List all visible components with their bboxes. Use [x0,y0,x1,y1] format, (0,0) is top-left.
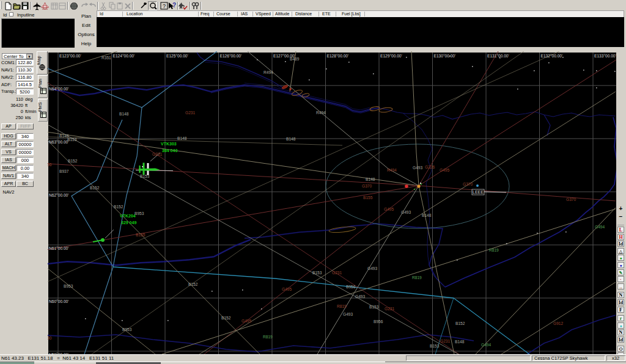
svg-text:G231: G231 [332,271,342,275]
svg-text:N62°00.00': N62°00.00' [49,193,69,197]
svg-text:30: 30 [48,336,52,340]
svg-text:G494: G494 [481,343,491,347]
svg-text:G226: G226 [425,165,435,169]
svg-text:B152: B152 [455,321,465,326]
svg-text:N64°00.00': N64°00.00' [49,87,69,91]
svg-text:B489: B489 [290,57,300,61]
svg-text:B152: B152 [68,159,78,163]
svg-text:B956: B956 [346,285,356,289]
svg-text:R819: R819 [337,304,347,308]
svg-text:E131°00.00': E131°00.00' [487,54,509,58]
svg-text:B953: B953 [134,211,144,216]
svg-text:G493: G493 [343,312,353,316]
svg-text:R494: R494 [263,70,273,75]
svg-text:G912: G912 [553,321,563,326]
svg-text:B153: B153 [430,344,440,348]
svg-text:G495: G495 [384,207,394,211]
svg-text:B153: B153 [67,137,77,142]
svg-text:VTK303: VTK303 [161,142,177,146]
svg-text:?: ? [172,2,176,9]
svg-text:VTK204: VTK204 [120,214,136,218]
svg-text:B953: B953 [64,284,73,288]
svg-text:B155: B155 [363,195,373,200]
svg-text:B953: B953 [122,327,132,332]
svg-text:B148: B148 [422,213,432,217]
svg-text:E133°00.00': E133°00.00' [594,54,616,58]
svg-text:E132°00.00': E132°00.00' [541,54,563,58]
svg-text:B148: B148 [366,177,375,181]
svg-text:B148: B148 [177,136,187,140]
svg-text:LEEE: LEEE [473,190,484,194]
svg-text:R494: R494 [387,168,397,172]
svg-text:N61°00.00': N61°00.00' [49,246,69,250]
svg-text:R819: R819 [412,275,422,280]
svg-text:G494: G494 [595,225,605,229]
svg-text:B152: B152 [221,316,231,320]
svg-text:G370: G370 [566,197,576,202]
svg-text:E126°00.00': E126°00.00' [220,54,242,58]
svg-text:B153: B153 [369,305,379,309]
svg-text:B152: B152 [114,205,123,209]
svg-text:?: ? [163,3,166,9]
svg-text:E129°00.00': E129°00.00' [380,54,402,58]
svg-text:G495: G495 [440,168,449,172]
svg-text:B148: B148 [455,340,465,344]
svg-text:B148: B148 [119,112,129,116]
svg-text:G231: G231 [440,339,450,343]
svg-text:G495: G495 [241,319,251,323]
svg-text:R494: R494 [316,111,326,115]
svg-text:B148: B148 [286,137,296,141]
svg-text:N63°00.00': N63°00.00' [49,140,69,144]
svg-text:E130°00.00': E130°00.00' [434,54,456,58]
svg-text:56: 56 [48,162,52,167]
svg-text:B937: B937 [59,169,69,173]
svg-text:E124°00.00': E124°00.00' [113,54,135,58]
svg-text:R819: R819 [489,248,499,252]
svg-text:G493: G493 [367,266,377,271]
svg-text:B152: B152 [188,282,198,286]
svg-text:E128°00.00': E128°00.00' [327,54,349,58]
svg-text:E123°00.00': E123°00.00' [59,54,81,58]
svg-text:G231: G231 [152,152,162,156]
svg-text:B155: B155 [136,233,145,237]
svg-text:G370: G370 [463,182,473,186]
svg-text:B152: B152 [90,186,100,190]
svg-text:B153: B153 [140,174,150,178]
svg-text:R351: R351 [101,56,111,60]
svg-text:G493: G493 [413,166,422,170]
svg-text:329 049: 329 049 [121,220,136,225]
svg-text:G231: G231 [185,111,195,115]
svg-text:G493: G493 [401,210,411,214]
svg-text:G493: G493 [355,294,365,299]
svg-text:B153: B153 [312,271,322,275]
svg-text:N60°00.00': N60°00.00' [49,299,69,304]
svg-text:E125°00.00': E125°00.00' [166,54,188,58]
svg-text:364 043: 364 043 [162,148,177,153]
svg-text:G231: G231 [385,307,394,311]
svg-text:B956: B956 [374,319,383,324]
svg-text:R819: R819 [263,335,273,339]
svg-text:G370: G370 [362,184,372,188]
svg-text:G495: G495 [282,287,292,291]
